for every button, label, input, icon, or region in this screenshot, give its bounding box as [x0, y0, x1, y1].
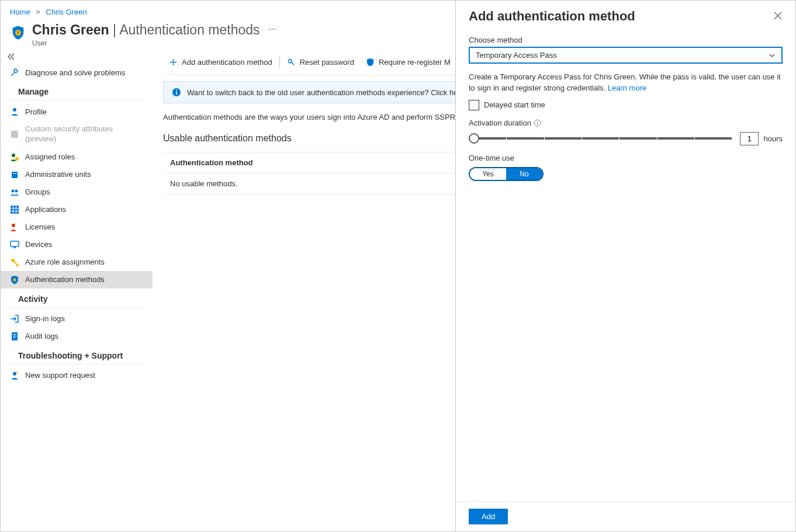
panel-title: Add authentication method	[469, 9, 635, 24]
sidebar-item-label: Administrative units	[25, 170, 91, 179]
breadcrumb-home[interactable]: Home	[10, 8, 30, 16]
page-title: Chris Green | Authentication methods	[32, 22, 260, 38]
slider-thumb[interactable]	[469, 133, 479, 144]
sidebar-item-custom-security[interactable]: Custom security attributes (preview)	[1, 120, 153, 148]
sidebar-item-label: Groups	[25, 187, 50, 196]
support-icon	[10, 371, 19, 380]
require-reregister-button[interactable]: Require re-register M	[360, 55, 456, 69]
sidebar-item-applications[interactable]: Applications	[1, 201, 153, 218]
svg-point-3	[13, 108, 16, 112]
select-value: Temporary Access Pass	[476, 51, 557, 60]
toggle-option-no[interactable]: No	[506, 168, 542, 180]
key-reset-icon	[287, 58, 296, 67]
choose-method-select[interactable]: Temporary Access Pass	[469, 47, 783, 64]
sidebar-item-diagnose[interactable]: Diagnose and solve problems	[1, 64, 153, 81]
delayed-start-checkbox[interactable]	[469, 100, 479, 110]
one-time-use-toggle[interactable]: Yes No	[469, 167, 544, 181]
sidebar-item-label: New support request	[25, 371, 95, 380]
svg-rect-14	[16, 206, 19, 208]
toggle-option-yes[interactable]: Yes	[470, 168, 506, 180]
sidebar-item-label: Authentication methods	[25, 275, 105, 284]
svg-rect-8	[13, 173, 14, 174]
sidebar-item-auth-methods[interactable]: Authentication methods	[1, 271, 153, 288]
chevron-double-left-icon	[8, 53, 15, 60]
sidebar-item-licenses[interactable]: Licenses	[1, 218, 153, 236]
signin-icon	[10, 314, 19, 324]
cmd-label: Add authentication method	[182, 58, 272, 67]
svg-rect-36	[537, 122, 538, 124]
sidebar-item-assigned-roles[interactable]: Assigned roles	[1, 148, 153, 166]
banner-text: Want to switch back to the old user auth…	[187, 88, 473, 97]
svg-point-2	[18, 31, 19, 32]
svg-rect-16	[13, 208, 16, 211]
sidebar-item-admin-units[interactable]: Administrative units	[1, 166, 153, 183]
svg-rect-33	[176, 92, 177, 95]
breadcrumb-user[interactable]: Chris Green	[46, 8, 87, 16]
cmd-label: Reset password	[300, 58, 354, 67]
add-button[interactable]: Add	[469, 509, 508, 524]
sidebar-item-label: Profile	[25, 107, 47, 116]
svg-point-5	[12, 154, 15, 157]
plus-icon	[169, 58, 178, 67]
shield-icon	[10, 25, 26, 41]
key-icon	[10, 258, 19, 267]
info-small-icon[interactable]	[534, 119, 541, 127]
add-auth-method-button[interactable]: Add authentication method	[163, 55, 278, 69]
svg-point-21	[12, 224, 15, 227]
add-auth-method-panel: Add authentication method Choose method …	[455, 1, 795, 531]
wrench-icon	[10, 68, 19, 77]
person-badge-icon	[10, 152, 19, 162]
sidebar-item-label: Assigned roles	[25, 152, 75, 161]
tag-icon	[10, 130, 19, 139]
close-icon[interactable]	[773, 11, 783, 20]
delayed-start-label: Delayed start time	[484, 100, 545, 109]
sidebar-section-troubleshooting: Troubleshooting + Support	[9, 345, 144, 364]
collapse-sidebar-button[interactable]	[1, 51, 153, 64]
building-icon	[10, 170, 19, 179]
svg-rect-4	[11, 131, 18, 138]
svg-rect-22	[11, 241, 19, 246]
sidebar-item-audit-logs[interactable]: Audit logs	[1, 328, 153, 345]
activation-duration-label: Activation duration	[469, 119, 783, 127]
shield-refresh-icon	[366, 58, 375, 67]
info-icon	[172, 88, 181, 97]
more-button[interactable]: ···	[268, 22, 276, 36]
title-user: Chris Green	[32, 22, 109, 37]
svg-rect-23	[13, 247, 16, 248]
sidebar-item-profile[interactable]: Profile	[1, 103, 153, 120]
activation-duration-row: hours	[469, 132, 783, 145]
sidebar-item-label: Sign-in logs	[25, 314, 65, 323]
choose-method-label: Choose method	[469, 36, 783, 44]
duration-unit-label: hours	[763, 134, 783, 143]
svg-rect-15	[11, 208, 13, 211]
command-separator	[279, 57, 280, 68]
monitor-icon	[10, 240, 19, 249]
svg-rect-29	[13, 338, 15, 338]
sidebar-item-devices[interactable]: Devices	[1, 236, 153, 253]
sidebar-item-label: Diagnose and solve problems	[25, 68, 125, 77]
panel-header: Add authentication method	[456, 1, 795, 27]
svg-point-37	[537, 121, 538, 121]
sidebar: Diagnose and solve problems Manage Profi…	[1, 51, 153, 531]
svg-rect-19	[13, 211, 16, 214]
sidebar-item-azure-role[interactable]: Azure role assignments	[1, 253, 153, 271]
sidebar-item-signin-logs[interactable]: Sign-in logs	[1, 310, 153, 328]
svg-point-10	[12, 189, 15, 192]
activation-label-text: Activation duration	[469, 119, 531, 127]
svg-rect-13	[13, 206, 16, 208]
title-page: Authentication methods	[119, 22, 259, 37]
sidebar-item-support-request[interactable]: New support request	[1, 367, 153, 384]
svg-rect-12	[11, 206, 13, 208]
svg-point-11	[15, 189, 18, 192]
svg-point-25	[13, 278, 16, 281]
panel-body: Choose method Temporary Access Pass Crea…	[456, 27, 795, 501]
sidebar-item-label: Custom security attributes (preview)	[25, 124, 143, 144]
sidebar-section-manage: Manage	[9, 81, 144, 100]
learn-more-link[interactable]: Learn more	[608, 84, 646, 92]
duration-value-input[interactable]	[740, 132, 759, 145]
reset-password-button[interactable]: Reset password	[281, 55, 360, 69]
sidebar-item-groups[interactable]: Groups	[1, 183, 153, 201]
duration-slider[interactable]	[469, 137, 732, 140]
shield-lock-icon	[10, 275, 19, 284]
svg-rect-27	[13, 334, 16, 335]
